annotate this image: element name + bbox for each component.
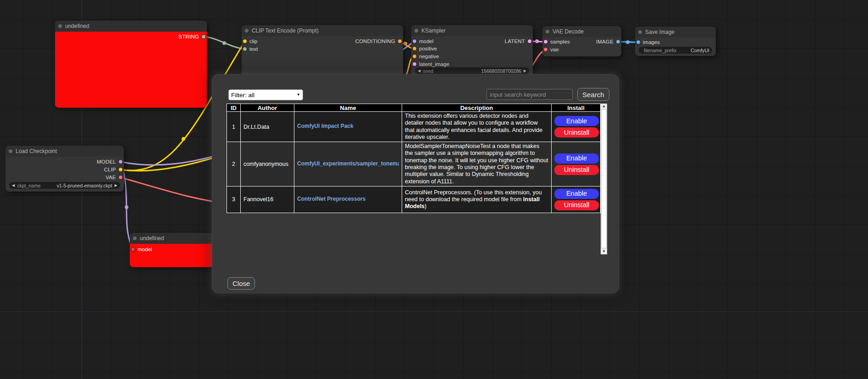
filter-select[interactable]: Filter: all — [228, 89, 303, 100]
uninstall-button-row-1[interactable]: Uninstall — [554, 127, 599, 137]
input-dot-images[interactable] — [636, 40, 641, 44]
node-title: undefined — [140, 235, 164, 242]
input-slot-positive[interactable]: positive — [411, 45, 437, 52]
search-input[interactable] — [487, 89, 573, 100]
output-slot-string[interactable]: STRING — [178, 33, 207, 40]
slot-label: text — [249, 46, 258, 52]
input-slot-images[interactable]: images — [635, 39, 660, 45]
cell-install: Enable Uninstall — [552, 142, 601, 187]
wire-string-to-text — [204, 37, 245, 49]
output-dot-clip[interactable] — [118, 167, 123, 172]
node-vae-decode[interactable]: VAE Decode samples vae IMAGE — [542, 26, 621, 56]
slot-label: samples — [550, 39, 570, 44]
slot-label: latent_image — [419, 61, 449, 67]
close-button[interactable]: Close — [227, 277, 255, 290]
input-slot-vae[interactable]: vae — [542, 46, 559, 53]
input-dot-positive[interactable] — [412, 46, 417, 51]
collapse-dot[interactable] — [9, 149, 12, 153]
scrollbar-thumb[interactable] — [601, 109, 607, 248]
collapse-dot[interactable] — [133, 236, 137, 240]
extension-link[interactable]: ControlNet Preprocessors — [297, 196, 365, 202]
node-title-bar[interactable]: VAE Decode — [542, 26, 621, 37]
enable-button-row-3[interactable]: Enable — [554, 189, 599, 199]
slot-label: STRING — [178, 34, 199, 39]
node-title: Save Image — [645, 29, 674, 35]
input-slot-samples[interactable]: samples — [542, 38, 570, 45]
input-slot-negative[interactable]: negative — [411, 53, 439, 60]
node-title-bar[interactable]: Load Checkpoint — [6, 146, 124, 157]
node-undefined-bottom[interactable]: undefined model — [130, 233, 219, 267]
output-dot-image[interactable] — [616, 39, 620, 44]
output-dot-string[interactable] — [201, 34, 206, 39]
collapse-dot[interactable] — [415, 29, 418, 33]
output-slot-conditioning[interactable]: CONDITIONING — [355, 38, 403, 44]
node-title-bar[interactable]: Save Image — [635, 27, 716, 38]
extension-link[interactable]: ComfyUI_experiments/sampler_tonemap — [297, 160, 399, 167]
collapse-dot[interactable] — [546, 30, 549, 33]
output-slot-vae[interactable]: VAE — [105, 174, 124, 181]
node-load-checkpoint[interactable]: Load Checkpoint MODEL CLIP VAE ◀ ckpt_na… — [6, 146, 124, 192]
uninstall-button-row-2[interactable]: Uninstall — [554, 165, 599, 175]
node-title-bar[interactable]: undefined — [130, 233, 219, 244]
column-header-author: Author — [241, 104, 294, 112]
output-dot-vae[interactable] — [118, 175, 123, 180]
uninstall-button-row-3[interactable]: Uninstall — [554, 200, 599, 210]
output-slot-image[interactable]: IMAGE — [596, 38, 621, 45]
node-title-bar[interactable]: KSampler — [411, 25, 533, 36]
output-dot-model[interactable] — [118, 159, 123, 164]
scroll-down-arrow-icon[interactable]: ▼ — [601, 249, 607, 254]
input-dot-model[interactable] — [131, 247, 135, 252]
output-slot-latent[interactable]: LATENT — [505, 38, 533, 44]
filename-prefix-widget[interactable]: filename_prefix ComfyUI — [639, 47, 712, 54]
node-title-bar[interactable]: undefined — [55, 21, 207, 32]
search-button[interactable]: Search — [577, 88, 609, 101]
column-header-name: Name — [294, 104, 402, 112]
output-slot-clip[interactable]: CLIP — [104, 166, 124, 173]
input-slot-latent-image[interactable]: latent_image — [411, 61, 449, 67]
node-graph-canvas[interactable]: undefined STRING CLIP Text Encode (Promp… — [0, 0, 868, 379]
input-dot-text[interactable] — [243, 47, 247, 51]
input-dot-vae[interactable] — [543, 47, 548, 52]
output-dot-latent[interactable] — [527, 39, 532, 44]
decrement-arrow-icon[interactable]: ◀ — [418, 67, 420, 74]
extension-link[interactable]: ComfyUI Impact Pack — [297, 123, 354, 129]
cell-description: ControlNet Preprocessors. (To use this e… — [402, 186, 552, 213]
input-dot-negative[interactable] — [412, 54, 417, 59]
ckpt-name-widget[interactable]: ◀ ckpt_name v1-5-pruned-emaonly.ckpt ▶ — [9, 182, 120, 189]
input-dot-clip[interactable] — [243, 39, 247, 44]
widget-label: filename_prefix — [644, 48, 676, 53]
cell-id: 1 — [227, 112, 241, 142]
enable-button-row-2[interactable]: Enable — [554, 154, 599, 164]
collapse-dot[interactable] — [245, 29, 249, 33]
widget-label: seed — [423, 68, 433, 74]
input-dot-samples[interactable] — [543, 39, 548, 44]
input-slot-model[interactable]: model — [411, 38, 433, 44]
output-dot-conditioning[interactable] — [398, 39, 402, 44]
enable-button-row-1[interactable]: Enable — [554, 116, 599, 126]
node-title-bar[interactable]: CLIP Text Encode (Prompt) — [242, 25, 403, 36]
table-scrollbar[interactable]: ▲ ▼ — [601, 104, 607, 254]
collapse-dot[interactable] — [58, 24, 62, 28]
cell-name: ComfyUI Impact Pack — [294, 112, 402, 142]
input-dot-latent-image[interactable] — [412, 62, 417, 66]
widget-value: ComfyUI — [691, 48, 709, 53]
node-body-error: model — [130, 244, 219, 267]
node-undefined-top[interactable]: undefined STRING — [55, 21, 207, 108]
link-midpoint-dot — [222, 41, 226, 45]
seed-widget[interactable]: ◀ seed 156680208700286 ▶ — [415, 67, 529, 74]
cell-description: This extension offers various detector n… — [402, 112, 552, 142]
input-slot-text[interactable]: text — [242, 46, 258, 52]
scroll-up-arrow-icon[interactable]: ▲ — [601, 104, 607, 109]
node-save-image[interactable]: Save Image images filename_prefix ComfyU… — [635, 27, 716, 56]
slot-label: vae — [550, 47, 559, 52]
input-slot-model[interactable]: model — [130, 246, 152, 253]
input-dot-model[interactable] — [412, 39, 417, 44]
input-slot-clip[interactable]: clip — [242, 38, 257, 44]
collapse-dot[interactable] — [638, 30, 642, 34]
decrement-arrow-icon[interactable]: ◀ — [12, 182, 15, 189]
increment-arrow-icon[interactable]: ▶ — [524, 67, 526, 74]
slot-label: model — [419, 38, 433, 44]
increment-arrow-icon[interactable]: ▶ — [115, 182, 117, 189]
cell-author: Dr.Lt.Data — [241, 112, 294, 142]
output-slot-model[interactable]: MODEL — [97, 159, 124, 165]
